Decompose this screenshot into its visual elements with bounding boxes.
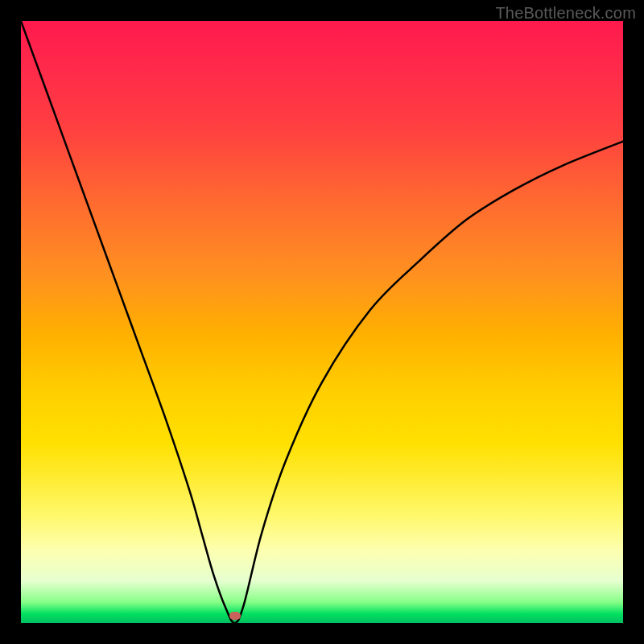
plot-area [21, 21, 623, 623]
curve-layer [21, 21, 623, 623]
chart-stage: TheBottleneck.com [0, 0, 644, 644]
watermark-text: TheBottleneck.com [495, 4, 636, 23]
bottleneck-curve [21, 21, 623, 623]
minimum-marker [229, 612, 241, 620]
